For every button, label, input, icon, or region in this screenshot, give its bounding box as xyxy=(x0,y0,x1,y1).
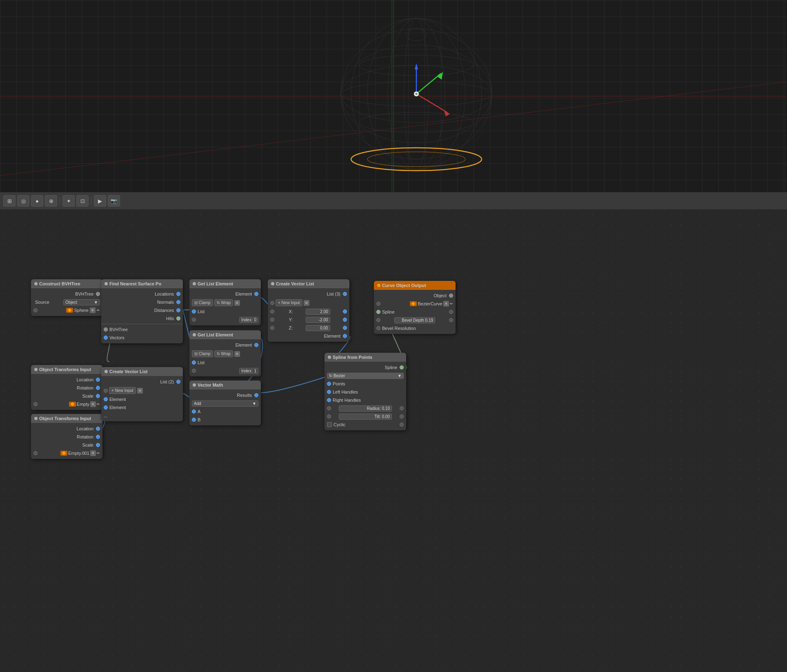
spline-out-socket[interactable] xyxy=(449,310,453,314)
y-socket[interactable] xyxy=(270,318,274,322)
empty-close[interactable]: ✕ xyxy=(90,401,96,407)
list1-close[interactable]: ✕ xyxy=(234,300,240,306)
element-out-socket[interactable] xyxy=(254,292,258,296)
z-socket[interactable] xyxy=(270,326,274,330)
cyclic-socket[interactable] xyxy=(400,423,404,427)
hits-socket[interactable] xyxy=(176,316,180,320)
cyclic-field[interactable]: Cyclic xyxy=(327,422,345,427)
node-collapse-dot[interactable] xyxy=(34,368,38,371)
bezier-close[interactable]: ✕ xyxy=(443,301,449,307)
node-create-vector-list-1-header[interactable]: Create Vector List xyxy=(268,279,349,288)
vectors-socket[interactable] xyxy=(104,336,108,340)
node-spline-from-points-header[interactable]: Spline from Points xyxy=(325,353,406,362)
node-create-vector-list-1[interactable]: Create Vector List List (3) + New Input … xyxy=(268,279,349,342)
beziercurve-in-socket[interactable] xyxy=(376,302,380,306)
toolbar-camera-btn[interactable]: ▶ xyxy=(94,195,106,207)
empty-edit[interactable]: ✏ xyxy=(97,402,100,406)
empty001-edit[interactable]: ✏ xyxy=(97,451,100,455)
node-obj-transforms-2-header[interactable]: Object Transforms Input xyxy=(31,414,102,423)
node-find-nearest[interactable]: Find Nearest Surface Po Locations Normal… xyxy=(101,279,183,343)
tilt-socket[interactable] xyxy=(327,414,331,418)
location2-socket[interactable] xyxy=(96,427,100,431)
radius-field[interactable]: Radius: 0.10 xyxy=(339,405,392,412)
x-socket[interactable] xyxy=(270,309,274,314)
node-obj-transforms-1[interactable]: Object Transforms Input Location Rotatio… xyxy=(31,365,102,410)
empty-field[interactable]: 🔶 Empty ✕ ✏ xyxy=(69,401,100,407)
source-dropdown[interactable]: Object ▼ xyxy=(63,299,100,305)
node-vector-math[interactable]: Vector Math Results Add ▼ A B xyxy=(189,381,261,425)
bevel-res-socket[interactable] xyxy=(376,326,380,330)
distances-socket[interactable] xyxy=(176,308,180,312)
index-field[interactable]: Index: 0 xyxy=(239,317,258,323)
toolbar-select-btn[interactable]: ◎ xyxy=(17,195,29,207)
bevel-depth-out-socket[interactable] xyxy=(449,318,453,322)
node-bvhtree-header[interactable]: Construct BVHTree xyxy=(31,279,102,288)
node-collapse-dot[interactable] xyxy=(104,282,108,285)
node-collapse-dot[interactable] xyxy=(193,282,196,285)
node-spline-from-points[interactable]: Spline from Points Spline ↻ Bezier ▼ Poi… xyxy=(325,353,406,430)
list-in-socket[interactable] xyxy=(192,309,196,314)
toolbar-plus-btn[interactable]: ⊕ xyxy=(45,195,57,207)
vector-list2-close[interactable]: ✕ xyxy=(137,388,143,394)
element2a-socket[interactable] xyxy=(104,397,108,401)
bezier-edit[interactable]: ✏ xyxy=(450,302,453,306)
bevel-depth-field[interactable]: Bevel Depth 0.19 xyxy=(394,317,435,323)
clamp2-btn[interactable]: ⊟ Clamp xyxy=(192,350,213,357)
empty001-socket[interactable] xyxy=(33,451,38,455)
sphere-socket[interactable] xyxy=(33,308,38,312)
index2-field[interactable]: Index: 1 xyxy=(239,368,258,374)
node-get-list-2[interactable]: Get List Element Element ⊟ Clamp ↻ Wrap … xyxy=(189,330,261,376)
tilt-out-socket[interactable] xyxy=(400,414,404,418)
vector-list1-close[interactable]: ✕ xyxy=(304,300,309,306)
radius-socket[interactable] xyxy=(327,406,331,410)
node-get-list-1[interactable]: Get List Element Element ⊟ Clamp ↻ Wrap … xyxy=(189,279,261,325)
sphere-field[interactable]: 🔶 Sphere ✕ ✏ xyxy=(66,307,100,313)
element-out-socket[interactable] xyxy=(343,334,347,338)
y-value[interactable]: -2.00 xyxy=(306,317,330,323)
clamp-btn[interactable]: ⊟ Clamp xyxy=(192,299,213,306)
empty-socket[interactable] xyxy=(33,402,38,406)
node-obj-transforms-2[interactable]: Object Transforms Input Location Rotatio… xyxy=(31,414,102,459)
list2-in-socket[interactable] xyxy=(192,360,196,365)
toolbar-magnet-btn[interactable]: ✦ xyxy=(62,195,75,207)
left-handles-socket[interactable] xyxy=(327,390,331,394)
node-find-nearest-header[interactable]: Find Nearest Surface Po xyxy=(101,279,183,288)
node-collapse-dot[interactable] xyxy=(34,282,38,285)
node-curve-output-header[interactable]: Curve Object Output xyxy=(374,281,456,290)
list2-close[interactable]: ✕ xyxy=(234,351,240,357)
beziercurve-field[interactable]: 🔶 BezierCurve ✕ ✏ xyxy=(410,301,453,307)
rotation2-socket[interactable] xyxy=(96,435,100,439)
z-out-socket[interactable] xyxy=(343,326,347,330)
operation-dropdown[interactable]: Add ▼ xyxy=(192,401,258,407)
3d-viewport[interactable] xyxy=(0,0,787,192)
sphere-edit[interactable]: ✏ xyxy=(97,308,100,312)
right-handles-socket[interactable] xyxy=(327,398,331,402)
scale2-socket[interactable] xyxy=(96,443,100,447)
new-input-socket-1[interactable] xyxy=(270,301,274,305)
node-create-vector-list-2-header[interactable]: Create Vector List xyxy=(101,367,183,376)
b-socket[interactable] xyxy=(192,418,196,422)
element2-out-socket[interactable] xyxy=(254,343,258,347)
element2b-socket[interactable] xyxy=(104,405,108,409)
locations-socket[interactable] xyxy=(176,292,180,296)
list2-out-socket[interactable] xyxy=(176,380,180,384)
wrap2-btn[interactable]: ↻ Wrap xyxy=(214,350,233,357)
node-get-list-1-header[interactable]: Get List Element xyxy=(189,279,261,288)
node-get-list-2-header[interactable]: Get List Element xyxy=(189,330,261,339)
toolbar-grid-btn[interactable]: ⊞ xyxy=(3,195,16,207)
spline-in-socket[interactable] xyxy=(376,310,380,314)
wrap-btn[interactable]: ↻ Wrap xyxy=(214,299,233,306)
normals-socket[interactable] xyxy=(176,300,180,304)
node-vector-math-header[interactable]: Vector Math xyxy=(189,381,261,389)
bezier-type-dropdown[interactable]: ↻ Bezier ▼ xyxy=(327,373,404,379)
scale-socket[interactable] xyxy=(96,394,100,398)
node-collapse-dot[interactable] xyxy=(193,333,196,336)
y-out-socket[interactable] xyxy=(343,318,347,322)
rotation-socket[interactable] xyxy=(96,386,100,390)
index2-socket[interactable] xyxy=(192,369,196,373)
node-create-vector-list-2[interactable]: Create Vector List List (2) + New Input … xyxy=(101,367,183,421)
node-obj-transforms-1-header[interactable]: Object Transforms Input xyxy=(31,365,102,374)
node-collapse-dot[interactable] xyxy=(104,370,108,373)
new-input2-btn[interactable]: + New Input xyxy=(109,387,136,394)
a-socket[interactable] xyxy=(192,409,196,414)
